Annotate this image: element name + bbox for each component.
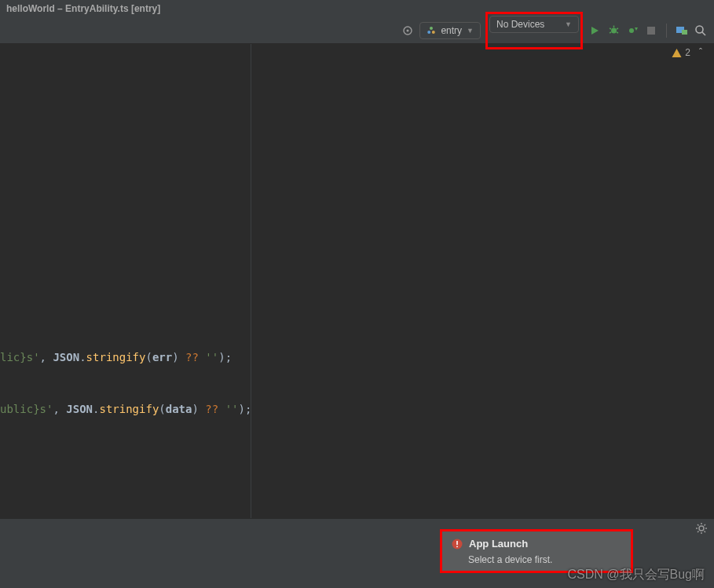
device-label: No Devices bbox=[496, 19, 544, 30]
error-icon bbox=[452, 539, 463, 550]
title-text: helloWorld – EntryAbility.ts [entry] bbox=[6, 3, 160, 14]
window-title: helloWorld – EntryAbility.ts [entry] bbox=[0, 0, 714, 17]
svg-point-5 bbox=[611, 28, 617, 34]
svg-line-24 bbox=[698, 531, 699, 533]
chevron-up-icon[interactable]: ˆ bbox=[694, 47, 708, 58]
svg-point-17 bbox=[699, 526, 704, 531]
code-line: ublic}s', JSON.stringify(data) ?? ''); bbox=[0, 400, 251, 418]
svg-point-4 bbox=[432, 31, 435, 34]
svg-point-2 bbox=[430, 27, 433, 30]
notification-body: Select a device first. bbox=[468, 554, 621, 565]
svg-rect-14 bbox=[682, 30, 687, 35]
svg-line-16 bbox=[702, 32, 705, 35]
stop-button bbox=[644, 24, 658, 38]
svg-point-15 bbox=[696, 26, 703, 33]
chevron-down-icon: ▼ bbox=[467, 27, 474, 35]
editor-right-pane: 2 ˆ bbox=[251, 44, 714, 518]
module-icon bbox=[427, 26, 436, 35]
svg-point-3 bbox=[428, 31, 431, 34]
svg-line-8 bbox=[617, 28, 618, 29]
svg-point-11 bbox=[629, 28, 634, 33]
code-line: lic}s', JSON.stringify(err) ?? ''); bbox=[0, 349, 232, 366]
project-structure-icon[interactable] bbox=[675, 24, 689, 38]
svg-line-7 bbox=[610, 28, 611, 29]
warning-icon bbox=[672, 48, 682, 58]
gear-icon[interactable] bbox=[695, 522, 708, 535]
search-icon[interactable] bbox=[694, 24, 708, 38]
svg-line-25 bbox=[705, 524, 706, 526]
main-toolbar: entry ▼ No Devices ▼ bbox=[0, 17, 714, 44]
watermark: CSDN @我只会写Bug啊 bbox=[568, 567, 705, 583]
code-editor[interactable]: lic}s', JSON.stringify(err) ?? ''); ubli… bbox=[0, 44, 251, 518]
svg-rect-28 bbox=[456, 546, 458, 547]
notification-title-row: App Launch bbox=[452, 538, 621, 550]
toolbar-separator bbox=[666, 24, 667, 38]
attach-debug-button[interactable] bbox=[625, 24, 639, 38]
svg-rect-12 bbox=[647, 27, 655, 35]
warning-count: 2 bbox=[685, 47, 690, 58]
notification-title: App Launch bbox=[469, 538, 528, 550]
editor-area: lic}s', JSON.stringify(err) ?? ''); ubli… bbox=[0, 44, 714, 518]
svg-line-9 bbox=[610, 32, 611, 33]
svg-rect-27 bbox=[456, 541, 458, 545]
svg-line-10 bbox=[617, 32, 618, 33]
svg-line-22 bbox=[698, 524, 699, 526]
target-icon[interactable] bbox=[401, 24, 415, 38]
debug-button[interactable] bbox=[606, 24, 621, 38]
chevron-down-icon: ▼ bbox=[565, 20, 572, 28]
module-label: entry bbox=[441, 25, 462, 36]
module-selector[interactable]: entry ▼ bbox=[419, 22, 481, 39]
inspection-bar[interactable]: 2 ˆ bbox=[665, 44, 714, 61]
run-button[interactable] bbox=[588, 24, 602, 38]
device-selector[interactable]: No Devices ▼ bbox=[489, 16, 579, 33]
svg-point-1 bbox=[407, 29, 409, 31]
svg-line-23 bbox=[705, 531, 706, 533]
